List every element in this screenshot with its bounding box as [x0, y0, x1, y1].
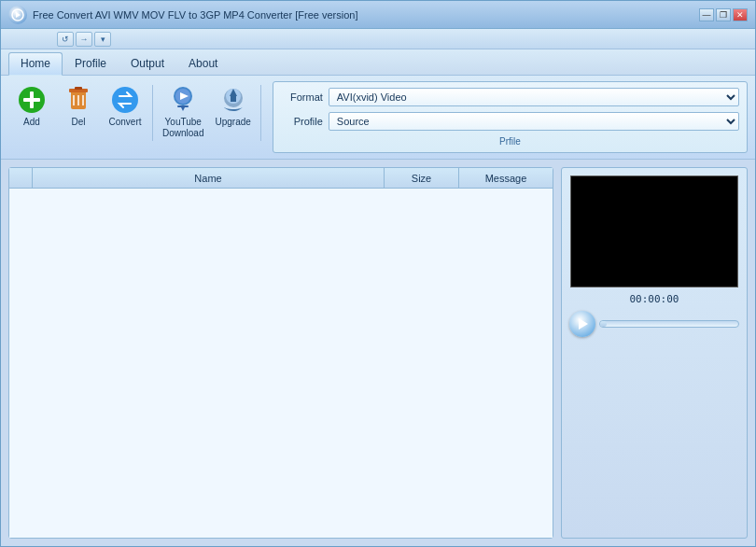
progress-bar-track[interactable] — [599, 320, 739, 328]
format-label: Format — [281, 91, 323, 103]
convert-icon — [110, 85, 140, 115]
col-name-header: Name — [33, 168, 385, 188]
col-size-header: Size — [385, 168, 459, 188]
app-icon — [8, 6, 27, 24]
progress-bar-fill — [600, 321, 607, 327]
del-icon — [63, 85, 93, 115]
add-button[interactable]: Add — [8, 81, 55, 132]
profile-select[interactable]: Source Custom High Quality Low Quality — [329, 112, 739, 131]
youtube-download-button[interactable]: YouTube Download — [157, 81, 209, 143]
video-preview — [570, 175, 738, 288]
close-button[interactable]: ✕ — [733, 8, 748, 21]
restore-button[interactable]: ❐ — [716, 8, 731, 21]
svg-rect-13 — [177, 105, 189, 107]
svg-rect-16 — [231, 96, 236, 102]
upgrade-button[interactable]: Upgrade — [209, 81, 256, 132]
format-row: Format AVI(xvid) Video MP4 Video 3GP Vid… — [281, 88, 739, 106]
quick-toolbar: ↺ → ▾ — [1, 29, 755, 49]
tab-home[interactable]: Home — [8, 52, 63, 76]
preview-controls — [569, 311, 739, 337]
add-label: Add — [23, 117, 40, 128]
upgrade-label: Upgrade — [215, 117, 250, 128]
window-title: Free Convert AVI WMV MOV FLV to 3GP MP4 … — [33, 9, 357, 21]
toolbar-area: Add Del — [1, 76, 755, 160]
file-list-header: Name Size Message — [9, 168, 553, 189]
col-check-header — [9, 168, 33, 188]
quick-dropdown-button[interactable]: ▾ — [94, 32, 111, 47]
del-label: Del — [71, 117, 85, 128]
youtube-label: YouTube Download — [162, 117, 203, 139]
main-content: Name Size Message 00:00:00 — [1, 160, 755, 546]
play-button[interactable] — [569, 311, 595, 337]
format-panel: Format AVI(xvid) Video MP4 Video 3GP Vid… — [273, 81, 748, 153]
profile-row: Profile Source Custom High Quality Low Q… — [281, 112, 739, 131]
svg-rect-6 — [75, 87, 82, 90]
svg-rect-3 — [23, 98, 40, 102]
minimize-button[interactable]: — — [699, 8, 714, 21]
quick-forward-button[interactable]: → — [76, 32, 92, 47]
menu-bar: Home Profile Output About — [1, 49, 755, 76]
add-icon — [17, 85, 47, 115]
col-message-header: Message — [459, 168, 553, 188]
convert-label: Convert — [108, 117, 141, 128]
panel-footer: Prfile — [281, 136, 739, 147]
tab-about[interactable]: About — [176, 52, 230, 75]
tab-profile[interactable]: Profile — [63, 52, 119, 75]
format-select[interactable]: AVI(xvid) Video MP4 Video 3GP Video WMV … — [329, 88, 739, 106]
preview-timestamp: 00:00:00 — [630, 293, 679, 305]
toolbar-divider — [152, 85, 153, 141]
convert-button[interactable]: Convert — [102, 81, 148, 132]
file-list-body — [9, 189, 553, 538]
youtube-icon — [168, 85, 198, 115]
title-bar-left: Free Convert AVI WMV MOV FLV to 3GP MP4 … — [8, 6, 357, 24]
upgrade-icon — [218, 85, 248, 115]
svg-point-10 — [112, 87, 138, 113]
del-button[interactable]: Del — [55, 81, 102, 132]
main-window: Free Convert AVI WMV MOV FLV to 3GP MP4 … — [0, 0, 756, 547]
quick-back-button[interactable]: ↺ — [57, 32, 74, 47]
title-bar: Free Convert AVI WMV MOV FLV to 3GP MP4 … — [1, 1, 755, 29]
tab-output[interactable]: Output — [119, 52, 176, 75]
file-list-panel: Name Size Message — [8, 167, 553, 539]
profile-label: Profile — [281, 116, 323, 127]
window-controls: — ❐ ✕ — [699, 8, 748, 21]
preview-panel: 00:00:00 — [561, 167, 748, 539]
toolbar-divider-2 — [260, 85, 261, 141]
